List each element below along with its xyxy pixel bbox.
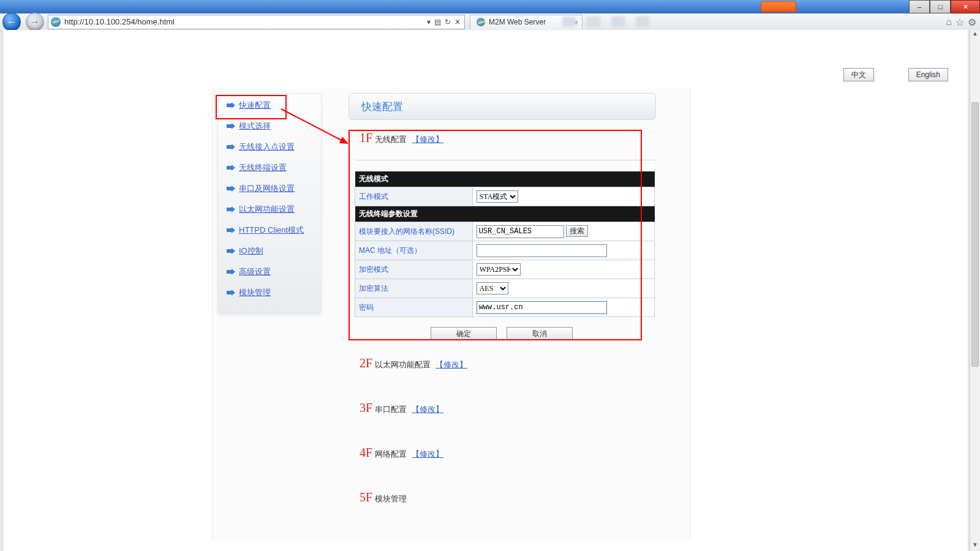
scroll-thumb[interactable] bbox=[971, 102, 979, 367]
browser-back-button[interactable]: ← bbox=[2, 13, 21, 31]
arrow-icon bbox=[227, 206, 235, 212]
sidebar-item-ethernet[interactable]: 以太网功能设置 bbox=[218, 200, 321, 219]
tab-title: M2M Web Server bbox=[489, 18, 546, 26]
browser-forward-button[interactable]: → bbox=[26, 13, 44, 31]
section-3f-label: 串口配置 bbox=[375, 404, 407, 415]
arrow-icon bbox=[227, 269, 235, 275]
main-panel: 快速配置 1F 无线配置 【修改】 无线模式 工作模式 STA模式 无线终端参数… bbox=[349, 93, 687, 541]
section-2f-index: 2F bbox=[360, 356, 372, 370]
app-container: 快速配置 模式选择 无线接入点设置 无线终端设置 串口及网络设置 以太网功能设置… bbox=[212, 88, 691, 541]
settings-gear-icon[interactable]: ⚙ bbox=[968, 17, 976, 28]
compat-icon[interactable]: ▤ bbox=[434, 18, 441, 26]
scroll-down-icon[interactable]: ▼ bbox=[970, 541, 980, 551]
section-4f-modify-link[interactable]: 【修改】 bbox=[412, 449, 443, 460]
annotation-highlight-main bbox=[349, 130, 642, 340]
os-taskbar: – □ ✕ bbox=[0, 0, 980, 13]
section-2f-modify-link[interactable]: 【修改】 bbox=[435, 359, 467, 370]
refresh-icon[interactable]: ↻ bbox=[445, 18, 451, 26]
favorites-icon[interactable]: ☆ bbox=[956, 17, 964, 28]
dropdown-icon[interactable]: ▾ bbox=[427, 18, 431, 26]
sidebar-item-sta-settings[interactable]: 无线终端设置 bbox=[218, 159, 321, 177]
arrow-icon bbox=[227, 165, 235, 171]
section-2f-label: 以太网功能配置 bbox=[375, 359, 431, 370]
section-4f-index: 4F bbox=[360, 446, 372, 460]
page-title: 快速配置 bbox=[361, 100, 403, 114]
lang-english-button[interactable]: English bbox=[908, 68, 948, 81]
scroll-up-icon[interactable]: ▲ bbox=[970, 30, 980, 40]
ie-icon bbox=[51, 17, 61, 27]
window-close-button[interactable]: ✕ bbox=[951, 0, 980, 13]
vertical-scrollbar[interactable]: ▲ ▼ bbox=[970, 30, 980, 551]
sidebar: 快速配置 模式选择 无线接入点设置 无线终端设置 串口及网络设置 以太网功能设置… bbox=[217, 93, 322, 313]
window-minimize-button[interactable]: – bbox=[909, 0, 930, 13]
sidebar-item-httpd-client[interactable]: HTTPD Client模式 bbox=[218, 221, 321, 239]
arrow-icon bbox=[227, 227, 235, 233]
home-icon[interactable]: ⌂ bbox=[946, 17, 952, 28]
arrow-icon bbox=[227, 102, 235, 108]
sidebar-item-ap-settings[interactable]: 无线接入点设置 bbox=[218, 138, 321, 156]
arrow-icon bbox=[227, 248, 235, 254]
section-3f-index: 3F bbox=[360, 401, 372, 415]
sidebar-item-uart-net[interactable]: 串口及网络设置 bbox=[218, 179, 321, 198]
browser-viewport: 中文 English 快速配置 模式选择 无线接入点设置 无线终端设置 串口及网… bbox=[0, 30, 980, 551]
section-3f-modify-link[interactable]: 【修改】 bbox=[412, 404, 443, 415]
arrow-icon bbox=[227, 186, 235, 192]
address-input[interactable] bbox=[63, 15, 427, 29]
section-5f-label: 模块管理 bbox=[375, 493, 407, 504]
arrow-icon bbox=[227, 290, 235, 296]
ie-icon bbox=[477, 18, 485, 26]
stop-icon[interactable]: ✕ bbox=[454, 18, 461, 26]
window-maximize-button[interactable]: □ bbox=[930, 0, 951, 13]
sidebar-item-module-manage[interactable]: 模块管理 bbox=[218, 283, 321, 302]
address-bar[interactable]: ▾ ▤ ↻ ✕ bbox=[48, 15, 465, 29]
arrow-icon bbox=[227, 123, 235, 129]
sidebar-item-io-control[interactable]: IO控制 bbox=[218, 242, 321, 260]
browser-toolbar: ← → ▾ ▤ ↻ ✕ M2M Web Server × ⌂ ☆ ⚙ bbox=[0, 13, 980, 31]
page-body: 中文 English 快速配置 模式选择 无线接入点设置 无线终端设置 串口及网… bbox=[4, 30, 968, 551]
arrow-icon bbox=[227, 144, 235, 150]
section-4f-label: 网络配置 bbox=[375, 449, 407, 460]
lang-chinese-button[interactable]: 中文 bbox=[843, 68, 874, 81]
page-title-bar: 快速配置 bbox=[349, 93, 656, 120]
section-5f-index: 5F bbox=[360, 490, 372, 504]
sidebar-item-advanced[interactable]: 高级设置 bbox=[218, 263, 321, 281]
sidebar-item-mode-select[interactable]: 模式选择 bbox=[218, 117, 321, 135]
